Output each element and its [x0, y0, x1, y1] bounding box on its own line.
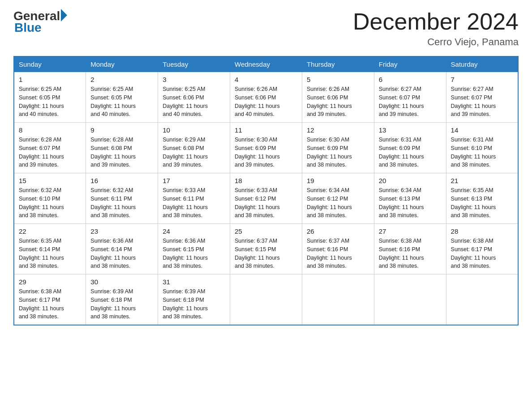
calendar-week-row: 1 Sunrise: 6:25 AMSunset: 6:05 PMDayligh… [14, 72, 518, 123]
day-number: 31 [163, 278, 225, 286]
day-number: 28 [451, 227, 513, 235]
calendar-week-row: 8 Sunrise: 6:28 AMSunset: 6:07 PMDayligh… [14, 123, 518, 173]
day-number: 16 [90, 177, 153, 184]
day-number: 11 [235, 126, 297, 134]
day-info: Sunrise: 6:27 AMSunset: 6:07 PMDaylight:… [379, 86, 424, 117]
day-info: Sunrise: 6:32 AMSunset: 6:10 PMDaylight:… [19, 187, 64, 218]
day-info: Sunrise: 6:25 AMSunset: 6:06 PMDaylight:… [163, 86, 208, 117]
day-number: 21 [451, 177, 513, 184]
day-number: 27 [379, 227, 442, 235]
day-info: Sunrise: 6:26 AMSunset: 6:06 PMDaylight:… [235, 86, 280, 117]
calendar-week-row: 15 Sunrise: 6:32 AMSunset: 6:10 PMDaylig… [14, 173, 518, 224]
calendar-cell: 29 Sunrise: 6:38 AMSunset: 6:17 PMDaylig… [14, 274, 86, 325]
day-info: Sunrise: 6:36 AMSunset: 6:15 PMDaylight:… [163, 238, 208, 269]
page-header: General Blue December 2024 Cerro Viejo, … [13, 9, 519, 48]
day-info: Sunrise: 6:30 AMSunset: 6:09 PMDaylight:… [235, 137, 280, 168]
calendar-week-row: 29 Sunrise: 6:38 AMSunset: 6:17 PMDaylig… [14, 274, 518, 325]
calendar-cell [446, 274, 518, 325]
calendar-cell: 26 Sunrise: 6:37 AMSunset: 6:16 PMDaylig… [302, 224, 374, 274]
calendar-cell: 30 Sunrise: 6:39 AMSunset: 6:18 PMDaylig… [86, 274, 158, 325]
day-number: 18 [235, 177, 297, 184]
day-info: Sunrise: 6:38 AMSunset: 6:17 PMDaylight:… [19, 288, 64, 320]
day-info: Sunrise: 6:34 AMSunset: 6:12 PMDaylight:… [307, 187, 352, 218]
day-number: 5 [307, 76, 369, 83]
location-title: Cerro Viejo, Panama [353, 36, 519, 48]
logo-blue: Blue [14, 21, 67, 35]
column-header-monday: Monday [86, 56, 158, 72]
day-info: Sunrise: 6:36 AMSunset: 6:14 PMDaylight:… [90, 238, 136, 269]
title-block: December 2024 Cerro Viejo, Panama [353, 9, 519, 48]
day-number: 19 [307, 177, 369, 184]
day-info: Sunrise: 6:37 AMSunset: 6:16 PMDaylight:… [307, 238, 352, 269]
day-info: Sunrise: 6:28 AMSunset: 6:08 PMDaylight:… [90, 137, 136, 168]
calendar-cell: 21 Sunrise: 6:35 AMSunset: 6:13 PMDaylig… [446, 173, 518, 224]
day-info: Sunrise: 6:26 AMSunset: 6:06 PMDaylight:… [307, 86, 352, 117]
day-info: Sunrise: 6:38 AMSunset: 6:17 PMDaylight:… [451, 238, 496, 269]
day-number: 8 [19, 126, 81, 134]
calendar-cell: 25 Sunrise: 6:37 AMSunset: 6:15 PMDaylig… [230, 224, 302, 274]
calendar-week-row: 22 Sunrise: 6:35 AMSunset: 6:14 PMDaylig… [14, 224, 518, 274]
calendar-cell [374, 274, 446, 325]
day-info: Sunrise: 6:25 AMSunset: 6:05 PMDaylight:… [90, 86, 136, 117]
calendar-cell: 27 Sunrise: 6:38 AMSunset: 6:16 PMDaylig… [374, 224, 446, 274]
day-number: 30 [90, 278, 153, 286]
logo-triangle-icon [61, 9, 67, 21]
column-header-wednesday: Wednesday [230, 56, 302, 72]
day-number: 26 [307, 227, 369, 235]
calendar-cell: 8 Sunrise: 6:28 AMSunset: 6:07 PMDayligh… [14, 123, 86, 173]
day-number: 22 [19, 227, 81, 235]
day-info: Sunrise: 6:31 AMSunset: 6:09 PMDaylight:… [379, 137, 424, 168]
calendar-header-row: SundayMondayTuesdayWednesdayThursdayFrid… [14, 56, 518, 72]
calendar-cell: 17 Sunrise: 6:33 AMSunset: 6:11 PMDaylig… [158, 173, 230, 224]
calendar-cell: 12 Sunrise: 6:30 AMSunset: 6:09 PMDaylig… [302, 123, 374, 173]
day-info: Sunrise: 6:35 AMSunset: 6:14 PMDaylight:… [19, 238, 64, 269]
day-number: 4 [235, 76, 297, 83]
day-number: 15 [19, 177, 81, 184]
day-info: Sunrise: 6:35 AMSunset: 6:13 PMDaylight:… [451, 187, 496, 218]
day-info: Sunrise: 6:25 AMSunset: 6:05 PMDaylight:… [19, 86, 64, 117]
day-number: 17 [163, 177, 225, 184]
logo: General Blue [13, 9, 67, 35]
calendar-cell: 4 Sunrise: 6:26 AMSunset: 6:06 PMDayligh… [230, 72, 302, 123]
day-number: 12 [307, 126, 369, 134]
day-number: 13 [379, 126, 442, 134]
day-number: 20 [379, 177, 442, 184]
day-number: 1 [19, 76, 81, 83]
day-info: Sunrise: 6:28 AMSunset: 6:07 PMDaylight:… [19, 137, 64, 168]
calendar-cell: 19 Sunrise: 6:34 AMSunset: 6:12 PMDaylig… [302, 173, 374, 224]
calendar-cell: 20 Sunrise: 6:34 AMSunset: 6:13 PMDaylig… [374, 173, 446, 224]
calendar-cell: 14 Sunrise: 6:31 AMSunset: 6:10 PMDaylig… [446, 123, 518, 173]
column-header-thursday: Thursday [302, 56, 374, 72]
calendar-cell: 13 Sunrise: 6:31 AMSunset: 6:09 PMDaylig… [374, 123, 446, 173]
day-info: Sunrise: 6:32 AMSunset: 6:11 PMDaylight:… [90, 187, 136, 218]
column-header-tuesday: Tuesday [158, 56, 230, 72]
calendar-cell [230, 274, 302, 325]
day-number: 7 [451, 76, 513, 83]
day-number: 14 [451, 126, 513, 134]
day-number: 24 [163, 227, 225, 235]
calendar-cell: 3 Sunrise: 6:25 AMSunset: 6:06 PMDayligh… [158, 72, 230, 123]
day-info: Sunrise: 6:39 AMSunset: 6:18 PMDaylight:… [163, 288, 208, 320]
day-info: Sunrise: 6:38 AMSunset: 6:16 PMDaylight:… [379, 238, 424, 269]
day-number: 2 [90, 76, 153, 83]
calendar-cell: 2 Sunrise: 6:25 AMSunset: 6:05 PMDayligh… [86, 72, 158, 123]
calendar-cell [302, 274, 374, 325]
calendar-cell: 5 Sunrise: 6:26 AMSunset: 6:06 PMDayligh… [302, 72, 374, 123]
day-number: 23 [90, 227, 153, 235]
day-info: Sunrise: 6:33 AMSunset: 6:12 PMDaylight:… [235, 187, 280, 218]
day-info: Sunrise: 6:37 AMSunset: 6:15 PMDaylight:… [235, 238, 280, 269]
calendar-cell: 9 Sunrise: 6:28 AMSunset: 6:08 PMDayligh… [86, 123, 158, 173]
calendar-cell: 11 Sunrise: 6:30 AMSunset: 6:09 PMDaylig… [230, 123, 302, 173]
calendar-cell: 6 Sunrise: 6:27 AMSunset: 6:07 PMDayligh… [374, 72, 446, 123]
calendar-cell: 16 Sunrise: 6:32 AMSunset: 6:11 PMDaylig… [86, 173, 158, 224]
day-info: Sunrise: 6:27 AMSunset: 6:07 PMDaylight:… [451, 86, 496, 117]
month-title: December 2024 [353, 9, 519, 34]
calendar-cell: 18 Sunrise: 6:33 AMSunset: 6:12 PMDaylig… [230, 173, 302, 224]
column-header-sunday: Sunday [14, 56, 86, 72]
day-number: 10 [163, 126, 225, 134]
calendar-cell: 7 Sunrise: 6:27 AMSunset: 6:07 PMDayligh… [446, 72, 518, 123]
calendar-cell: 24 Sunrise: 6:36 AMSunset: 6:15 PMDaylig… [158, 224, 230, 274]
calendar-cell: 31 Sunrise: 6:39 AMSunset: 6:18 PMDaylig… [158, 274, 230, 325]
day-info: Sunrise: 6:34 AMSunset: 6:13 PMDaylight:… [379, 187, 424, 218]
column-header-saturday: Saturday [446, 56, 518, 72]
